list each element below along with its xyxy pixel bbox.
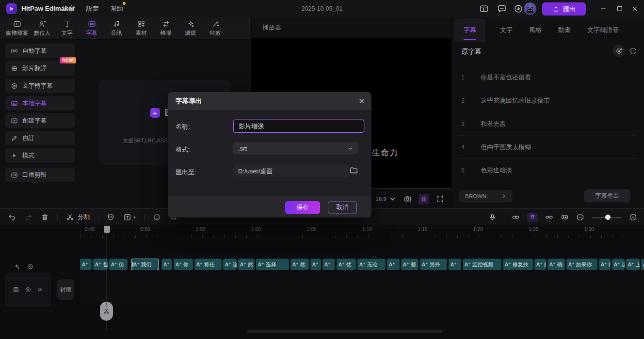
shield-badge-icon[interactable]	[107, 213, 115, 221]
translate-icon[interactable]	[612, 45, 625, 57]
subtitle-clip[interactable]: A⁺确	[547, 259, 565, 270]
subtitle-clip[interactable]: A⁺选择	[256, 259, 289, 270]
tab-transition[interactable]: 轉場	[155, 20, 177, 37]
fit-timeline-icon[interactable]	[561, 213, 569, 221]
avatar[interactable]	[524, 2, 536, 15]
layout-icon[interactable]	[479, 4, 489, 14]
redo-icon[interactable]	[24, 213, 32, 221]
magnet-snap-icon[interactable]	[527, 213, 538, 222]
maximize-button[interactable]	[616, 5, 624, 13]
playhead-handle[interactable]	[104, 226, 110, 233]
subtitle-row[interactable]: 3和老光盘	[458, 112, 637, 136]
subtitle-clip[interactable]: A⁺然	[290, 259, 309, 270]
subtitle-clip[interactable]: A⁺把	[599, 259, 611, 270]
timeline-ruler[interactable]: 0:450:500:551:001:051:101:151:201:251:30	[0, 225, 644, 238]
subtitle-clip[interactable]: A⁺	[161, 259, 172, 270]
sidebar-item-4[interactable]: 創建字幕	[5, 113, 75, 128]
dialog-close-icon[interactable]: ✕	[358, 97, 365, 106]
sidebar-item-5[interactable]: 自訂	[5, 131, 75, 145]
export-button[interactable]: 匯出	[542, 2, 586, 15]
subtitle-clip[interactable]: A⁺优	[337, 259, 356, 270]
name-input[interactable]: 影片增强	[233, 120, 364, 133]
link-icon[interactable]	[512, 213, 520, 221]
subtitle-clip[interactable]: A⁺监控视频	[463, 259, 501, 270]
tab-effects[interactable]: 特效	[205, 20, 226, 37]
tab-text[interactable]: 文字	[56, 20, 78, 37]
subtitle-clip[interactable]: A⁺	[449, 259, 461, 270]
delete-icon[interactable]	[41, 213, 49, 221]
subtitle-clip[interactable]: A⁺上	[626, 259, 640, 270]
export-path-input[interactable]: D:/user/桌面	[233, 165, 349, 177]
tab-cc[interactable]: 字幕	[81, 20, 102, 37]
subtitle-clip[interactable]: A⁺包	[93, 259, 108, 270]
film-icon[interactable]	[13, 286, 19, 293]
subtitle-clip[interactable]: A⁺无论	[357, 259, 386, 270]
download-icon[interactable]	[514, 4, 523, 14]
subtitle-row[interactable]: 5色彩也暗淡	[458, 159, 637, 182]
split-button[interactable]: 分割	[66, 213, 90, 221]
record-voice-icon[interactable]	[488, 213, 497, 221]
eye-icon[interactable]	[25, 286, 32, 293]
cancel-button[interactable]: 取消	[328, 201, 357, 214]
subtitle-row[interactable]: 2这些充满回忆的旧录像带	[458, 89, 637, 112]
properties-tab-3[interactable]: 動畫	[556, 26, 573, 34]
minimize-button[interactable]	[599, 5, 607, 13]
zoom-in-icon[interactable]	[629, 213, 637, 221]
sidebar-item-1[interactable]: 影片翻譯NEW	[5, 61, 75, 76]
subtitle-clip[interactable]: A⁺都	[401, 259, 419, 270]
subtitle-clip[interactable]: A⁺将任	[194, 259, 222, 270]
tab-person[interactable]: 數位人	[32, 20, 53, 37]
properties-tab-2[interactable]: 風格	[527, 26, 544, 34]
video-track[interactable]	[80, 274, 644, 302]
properties-tab-4[interactable]: 文字轉語音	[585, 26, 621, 34]
subtitle-clip[interactable]: A⁺	[80, 259, 92, 270]
subtitle-row[interactable]: 1你是不是也还留着	[458, 66, 637, 89]
sidebar-item-6[interactable]: 樣式	[5, 148, 75, 163]
save-button[interactable]: 保存	[285, 201, 320, 214]
properties-tab-0[interactable]: 字幕	[454, 18, 485, 42]
subtitle-clip[interactable]: A⁺这	[223, 259, 237, 270]
style-preset-button[interactable]: BROWN	[459, 190, 513, 202]
slider-knob[interactable]	[605, 215, 611, 220]
aspect-ratio-select[interactable]: 16:9	[376, 195, 397, 203]
subtitle-clip[interactable]: A⁺如果你	[566, 259, 597, 270]
subtitle-row[interactable]: 4但由于画质太模糊	[458, 136, 637, 159]
subtitle-clip[interactable]: A⁺然	[238, 259, 255, 270]
subtitle-clip[interactable]: A⁺另外	[420, 259, 447, 270]
close-button[interactable]	[631, 5, 639, 13]
tab-elements[interactable]: 素材	[130, 20, 152, 37]
subtitle-clip[interactable]: A⁺	[641, 259, 644, 270]
subtitle-clip[interactable]: A⁺修复技	[503, 259, 533, 270]
properties-tab-1[interactable]: 文字	[498, 26, 515, 34]
subtitle-clip[interactable]: A⁺仿	[109, 259, 128, 270]
timeline-scrollbar[interactable]	[247, 330, 442, 333]
snapshot-icon[interactable]	[403, 195, 412, 203]
subtitle-clip[interactable]: A⁺我们	[131, 259, 159, 270]
sidebar-item-3[interactable]: 本地字幕	[5, 96, 75, 110]
feedback-icon[interactable]	[497, 4, 507, 14]
fullscreen-icon[interactable]	[436, 195, 444, 203]
unlink-icon[interactable]	[545, 213, 553, 221]
text-tool-dropdown[interactable]: ▾	[123, 213, 136, 221]
speaker-icon[interactable]	[37, 286, 44, 293]
tab-music[interactable]: 音訊	[106, 20, 127, 37]
grid-overlay-icon[interactable]	[419, 194, 429, 204]
sidebar-item-2[interactable]: 文字轉字幕	[5, 78, 75, 93]
timeline-zoom-slider[interactable]	[592, 215, 622, 220]
undo-icon[interactable]	[8, 213, 16, 221]
zoom-out-icon[interactable]	[576, 213, 584, 221]
tab-media[interactable]: 媒體檔案	[6, 20, 28, 37]
subtitle-export-button[interactable]: 字幕導出	[584, 189, 630, 202]
subtitle-clip[interactable]: A⁺	[387, 259, 400, 270]
cover-button[interactable]: 封面	[57, 279, 74, 300]
tab-filter[interactable]: 濾鏡	[180, 20, 201, 37]
folder-icon[interactable]	[349, 166, 358, 175]
subtitle-clip[interactable]: A⁺把	[534, 259, 546, 270]
subtitle-clip[interactable]: A⁺	[322, 259, 335, 270]
format-select[interactable]: .srt	[233, 142, 358, 154]
sidebar-item-7[interactable]: 口播剪輯	[5, 168, 75, 182]
subtitle-clip[interactable]: A⁺这	[612, 259, 625, 270]
info-icon[interactable]	[629, 47, 637, 55]
emoji-icon[interactable]	[153, 213, 161, 221]
subtitle-clip[interactable]: A⁺	[310, 259, 321, 270]
